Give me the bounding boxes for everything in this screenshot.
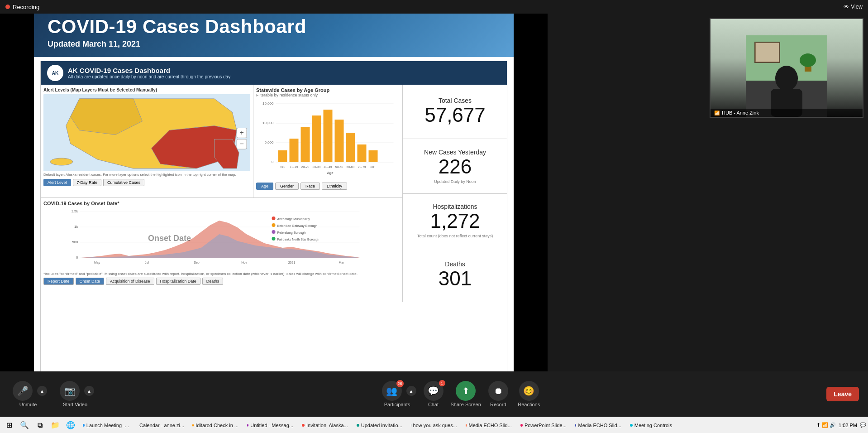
participants-button[interactable]: 👥 26 xyxy=(378,381,405,401)
start-video-group: 📷 ▲ Start Video xyxy=(56,381,94,407)
participants-chevron[interactable]: ▲ xyxy=(406,386,416,396)
file-explorer-button[interactable]: 📁 xyxy=(48,418,62,433)
task-view-button[interactable]: ⧉ xyxy=(33,418,47,433)
taskbar-app-item[interactable]: Meeting Controls xyxy=(626,419,676,432)
map-buttons: Alert Level 7-Day Rate Cumulative Cases xyxy=(43,179,250,186)
unmute-chevron[interactable]: ▲ xyxy=(37,386,47,396)
svg-text:Mar: Mar xyxy=(339,261,344,264)
start-menu-button[interactable]: ⊞ xyxy=(2,418,16,433)
chart-tab-race[interactable]: Race xyxy=(300,183,320,190)
person-silhouette xyxy=(746,35,827,117)
stat-total-cases: Total Cases 57,677 xyxy=(403,85,507,139)
svg-rect-18 xyxy=(324,110,333,162)
taskbar-app-item[interactable]: Updated invitatio... xyxy=(353,419,406,432)
svg-point-47 xyxy=(272,237,276,241)
svg-rect-22 xyxy=(369,150,378,162)
svg-point-45 xyxy=(272,230,276,234)
svg-text:80+: 80+ xyxy=(371,165,376,168)
unmute-button[interactable]: 🎤 xyxy=(9,381,36,401)
taskbar-apps: Launch Meeting -...Calendar - anne.zi...… xyxy=(79,419,676,432)
svg-text:15,000: 15,000 xyxy=(262,101,274,106)
chart-title: Statewide Cases by Age Group xyxy=(256,87,400,93)
camera-feed: 📶 HUB - Anne Zink xyxy=(710,18,863,118)
notification-area: 💬 xyxy=(860,422,866,428)
chart-tab-ethnicity[interactable]: Ethnicity xyxy=(322,183,347,190)
record-button[interactable]: ⏺ xyxy=(485,381,512,401)
dashboard-subtitle: All data are updated once daily by noon … xyxy=(68,74,230,79)
svg-point-43 xyxy=(272,223,276,227)
taskbar-app-item[interactable]: Launch Meeting -... xyxy=(79,419,133,432)
tl-btn-onset[interactable]: Onset Date xyxy=(76,278,105,285)
map-btn-7day[interactable]: 7-Day Rate xyxy=(73,179,102,186)
timeline-note: *Includes "confirmed" and "probable". Mi… xyxy=(43,272,400,276)
recording-indicator: Recording xyxy=(5,4,39,10)
start-video-label: Start Video xyxy=(63,402,87,407)
chat-label: Chat xyxy=(428,402,439,407)
tl-btn-deaths[interactable]: Deaths xyxy=(202,278,224,285)
participants-group: 👥 26 ▲ Participants xyxy=(378,381,416,407)
taskbar-app-item[interactable]: Invitation: Alaska... xyxy=(298,419,352,432)
leave-button[interactable]: Leave xyxy=(826,387,859,401)
svg-text:5,000: 5,000 xyxy=(264,140,274,144)
svg-text:1k: 1k xyxy=(74,225,78,229)
slide-subtitle: Updated March 11, 2021 xyxy=(48,39,500,49)
taskbar-app-item[interactable]: Calendar - anne.zi... xyxy=(134,419,188,432)
stat-deaths: Deaths 301 xyxy=(403,248,507,302)
taskbar-app-item[interactable]: PowerPoint Slide... xyxy=(516,419,571,432)
stat-new-cases: New Cases Yesterday 226 Updated Daily by… xyxy=(403,139,507,193)
svg-text:May: May xyxy=(94,261,100,265)
main-presentation-area: COVID-19 Cases Dashboard Updated March 1… xyxy=(0,14,548,390)
age-chart-section: Statewide Cases by Age Group Filterable … xyxy=(253,85,403,198)
map-canvas: + − xyxy=(43,94,250,171)
map-btn-cumulative[interactable]: Cumulative Cases xyxy=(103,179,144,186)
svg-rect-16 xyxy=(301,127,310,162)
chart-tab-gender[interactable]: Gender xyxy=(275,183,299,190)
video-chevron[interactable]: ▲ xyxy=(84,386,94,396)
svg-text:50-59: 50-59 xyxy=(335,165,343,168)
record-label: Record xyxy=(490,402,506,407)
total-cases-label: Total Cases xyxy=(439,97,472,104)
svg-rect-21 xyxy=(358,144,367,162)
reactions-icon: 😊 xyxy=(519,381,539,401)
search-button[interactable]: 🔍 xyxy=(17,418,32,433)
camera-person-name: HUB - Anne Zink xyxy=(722,110,759,115)
tl-btn-hospitalization[interactable]: Hospitalization Date xyxy=(156,278,200,285)
chrome-button[interactable]: 🌐 xyxy=(63,418,78,433)
chat-badge: 1 xyxy=(439,380,445,386)
share-screen-button[interactable]: ⬆ xyxy=(452,381,479,401)
taskbar-app-item[interactable]: Iditarod Check in ... xyxy=(188,419,243,432)
svg-text:500: 500 xyxy=(72,240,78,244)
taskbar-app-item[interactable]: Untitled - Messag... xyxy=(243,419,297,432)
stat-hospitalizations: Hospitalizations 1,272 Total count (does… xyxy=(403,194,507,248)
tl-btn-report[interactable]: Report Date xyxy=(43,278,74,285)
svg-text:0: 0 xyxy=(272,160,274,164)
signal-icon: 📶 xyxy=(714,111,720,115)
taskbar: ⊞ 🔍 ⧉ 📁 🌐 Launch Meeting -...Calendar - … xyxy=(0,417,868,433)
chart-tab-age[interactable]: Age xyxy=(256,183,273,190)
view-label: View xyxy=(851,4,863,10)
map-btn-alert[interactable]: Alert Level xyxy=(43,179,71,186)
dashboard-logo: AK xyxy=(47,65,63,81)
start-video-button[interactable]: 📷 xyxy=(56,381,83,401)
reactions-button[interactable]: 😊 xyxy=(515,381,543,401)
bar-chart: 15,000 10,000 5,000 0 xyxy=(256,99,400,181)
view-button[interactable]: 👁 View xyxy=(844,4,863,10)
svg-text:Onset Date: Onset Date xyxy=(148,234,191,243)
taskbar-app-item[interactable]: Media ECHO Slid... xyxy=(571,419,625,432)
timeline-title: COVID-19 Cases by Onset Date* xyxy=(43,201,400,206)
svg-rect-17 xyxy=(312,115,321,162)
tl-btn-acquisition[interactable]: Acquisition of Disease xyxy=(106,278,154,285)
svg-text:10,000: 10,000 xyxy=(262,121,274,125)
recording-dot xyxy=(5,5,10,9)
reactions-group: 😊 Reactions xyxy=(515,381,543,407)
chat-button[interactable]: 💬 1 xyxy=(420,381,447,401)
svg-point-1 xyxy=(50,158,73,165)
slide-header: COVID-19 Cases Dashboard Updated March 1… xyxy=(34,7,514,57)
svg-rect-15 xyxy=(290,139,299,162)
taskbar-app-item[interactable]: Media ECHO Slid... xyxy=(462,419,516,432)
slide-container: COVID-19 Cases Dashboard Updated March 1… xyxy=(34,7,514,396)
taskbar-app-item[interactable]: how you ask ques... xyxy=(407,419,461,432)
deaths-label: Deaths xyxy=(445,260,465,268)
chat-icon: 💬 1 xyxy=(424,381,444,401)
zoom-toolbar-center: 👥 26 ▲ Participants 💬 1 Chat ⬆ xyxy=(378,381,543,407)
